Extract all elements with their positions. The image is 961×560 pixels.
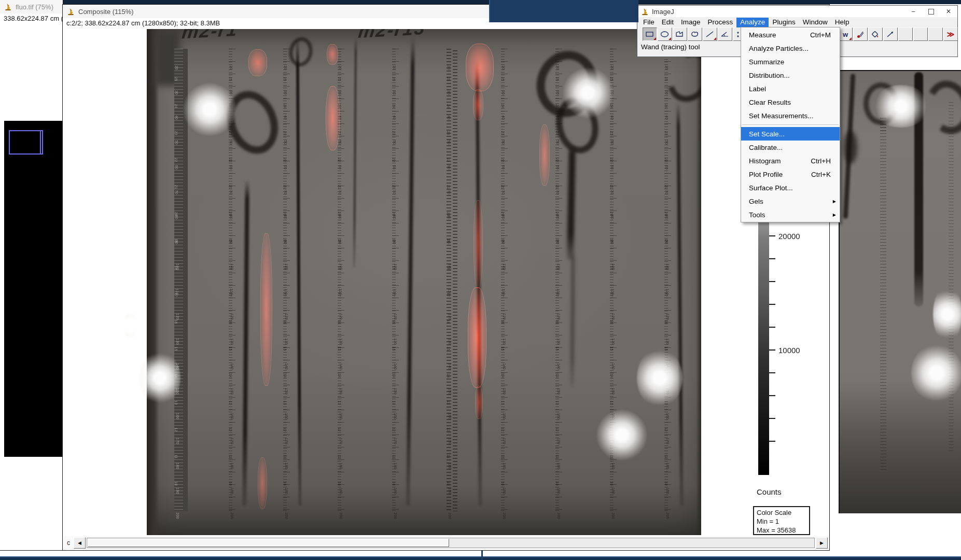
menu-item-label: Set Scale...: [749, 130, 785, 138]
tool-submenu-corner: [849, 37, 852, 40]
background-image[interactable]: [839, 70, 961, 513]
background-image-window: [830, 4, 961, 556]
tool-submenu-corner: [714, 37, 716, 40]
tool-angle-button[interactable]: [718, 27, 732, 41]
composite-window-title: Composite (115%): [78, 8, 134, 16]
imagej-microscope-icon: [641, 8, 649, 16]
angle-icon: [720, 30, 730, 38]
fluo-titlebar[interactable]: fluo.tif (75%): [0, 0, 63, 13]
menu-item-histogram[interactable]: HistogramCtrl+H: [741, 154, 840, 167]
close-button[interactable]: ✕: [940, 6, 957, 17]
menu-item-tools[interactable]: Tools▶: [741, 208, 840, 221]
tool-more-tools-button[interactable]: ≫: [943, 27, 958, 41]
root-line: [567, 146, 576, 260]
ruler-ticks: [880, 118, 886, 472]
tool-arrow-button[interactable]: [883, 27, 898, 41]
tool-brush-button[interactable]: [853, 27, 868, 41]
fluorescence-region: [327, 44, 338, 65]
menu-item-label: Clear Results: [749, 99, 791, 106]
composite-canvas[interactable]: 2030405060708090100110120130140150160170…: [63, 29, 829, 535]
imagej-window-title: ImageJ: [652, 8, 674, 16]
calibration-label-20000: 20000: [778, 232, 800, 241]
tool-flood-fill-button[interactable]: [868, 27, 883, 41]
menu-item-distribution[interactable]: Distribution...: [741, 68, 840, 82]
menu-item-measure[interactable]: MeasureCtrl+M: [741, 28, 840, 41]
tool-oval-button[interactable]: [658, 27, 672, 41]
calibration-tick: [769, 441, 775, 442]
analyze-dropdown-menu: MeasureCtrl+MAnalyze Particles...Summari…: [741, 27, 840, 222]
root-line: [570, 252, 575, 387]
composite-window: Composite (115%) c:2/2; 338.62x224.87 cm…: [62, 4, 830, 551]
menu-window[interactable]: Window: [799, 18, 831, 27]
tool-blank-button[interactable]: [898, 27, 913, 41]
calibration-tick: [769, 258, 775, 259]
menu-item-label: Measure: [749, 31, 776, 39]
menu-item-label: Gels: [749, 198, 763, 205]
menu-plugins[interactable]: Plugins: [769, 18, 799, 27]
light-reflection: [911, 343, 961, 403]
scrollbar-thumb[interactable]: [88, 539, 449, 547]
channel-scrollbar: c ◀ ▶: [63, 536, 829, 550]
tool-wtool-button[interactable]: w: [838, 27, 853, 41]
fluorescence-region: [539, 124, 550, 186]
menu-item-set-scale[interactable]: Set Scale...: [741, 127, 840, 141]
light-reflection: [637, 347, 683, 409]
color-scale-max: Max = 35638: [757, 526, 809, 535]
menu-item-clear-results[interactable]: Clear Results: [741, 95, 840, 109]
tool-line-button[interactable]: [703, 27, 717, 41]
more-tools-icon: ≫: [947, 31, 955, 38]
menu-process[interactable]: Process: [704, 18, 737, 27]
scroll-left-button[interactable]: ◀: [74, 537, 86, 549]
light-reflection: [124, 309, 136, 342]
menu-item-label: Surface Plot...: [749, 184, 793, 192]
tool-rectangle-button[interactable]: [643, 27, 657, 41]
light-reflection: [563, 67, 614, 118]
calibration-gradient-bar: [758, 217, 769, 475]
photo-left-edge: [147, 29, 159, 535]
imagej-menubar: FileEditImageProcessAnalyzePluginsWindow…: [637, 17, 957, 27]
fluorescence-region: [473, 89, 483, 120]
calibration-tick: [769, 304, 775, 305]
handwritten-label-right: m2-r13: [357, 29, 427, 43]
tool-freehand-button[interactable]: [688, 27, 702, 41]
menu-separator: [742, 124, 839, 125]
color-scale-min: Min = 1: [757, 517, 809, 526]
menu-item-label: Distribution...: [749, 72, 790, 79]
tool-blank-button[interactable]: [928, 27, 943, 41]
menu-item-label[interactable]: Label: [741, 82, 840, 95]
menu-edit[interactable]: Edit: [658, 18, 677, 27]
menu-image[interactable]: Image: [677, 18, 704, 27]
flood-fill-icon: [870, 30, 881, 38]
root-swirl: [287, 36, 314, 68]
calibration-tick: [769, 281, 775, 282]
imagej-microscope-icon: [4, 3, 12, 11]
menu-item-calibrate[interactable]: Calibrate...: [741, 141, 840, 154]
menu-item-plot-profile[interactable]: Plot ProfileCtrl+K: [741, 167, 840, 181]
root-blob: [844, 131, 857, 164]
menu-item-gels[interactable]: Gels▶: [741, 194, 840, 208]
menu-file[interactable]: File: [639, 18, 658, 27]
tool-polygon-button[interactable]: [673, 27, 687, 41]
calibration-tick: [769, 395, 775, 396]
background-window-edge: [481, 551, 483, 560]
maximize-button[interactable]: [922, 6, 940, 17]
tool-blank-button[interactable]: [913, 27, 928, 41]
desktop: fluo.tif (75%) 338.62x224.87 cm (1 Compo…: [0, 0, 961, 560]
wtool-icon: w: [843, 31, 848, 38]
menu-help[interactable]: Help: [831, 18, 853, 27]
imagej-titlebar[interactable]: ImageJ –✕: [637, 6, 957, 17]
fluo-status: 338.62x224.87 cm (1: [0, 13, 63, 24]
minimize-button[interactable]: –: [904, 6, 922, 17]
scroll-right-button[interactable]: ▶: [816, 537, 828, 549]
menu-item-label: Calibrate...: [749, 144, 783, 151]
menu-item-summarize[interactable]: Summarize: [741, 55, 840, 68]
brush-icon: [855, 30, 866, 38]
menu-analyze[interactable]: Analyze: [736, 18, 769, 27]
roi-selection-rectangle[interactable]: [9, 130, 43, 155]
fluo-image[interactable]: [4, 121, 62, 457]
root-line: [242, 179, 249, 506]
menu-item-set-measurements[interactable]: Set Measurements...: [741, 109, 840, 122]
scrollbar-track[interactable]: [87, 538, 815, 548]
menu-item-surface-plot[interactable]: Surface Plot...: [741, 181, 840, 194]
menu-item-analyze-particles[interactable]: Analyze Particles...: [741, 41, 840, 55]
